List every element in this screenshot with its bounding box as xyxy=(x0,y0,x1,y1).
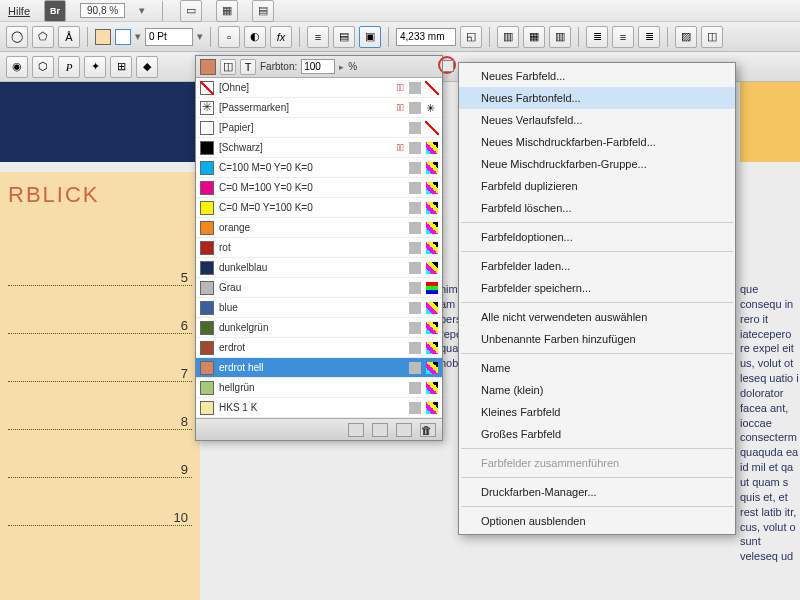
swatch-row[interactable]: C=0 M=100 Y=0 K=0 xyxy=(196,178,442,198)
menu-item[interactable]: Farbfeldoptionen... xyxy=(459,226,735,248)
menu-help[interactable]: Hilfe xyxy=(8,5,30,17)
toc-row: 8 xyxy=(8,382,192,430)
menu-item[interactable]: Neue Mischdruckfarben-Gruppe... xyxy=(459,153,735,175)
menu-item[interactable]: Druckfarben-Manager... xyxy=(459,481,735,503)
swatch-row[interactable]: hellgrün xyxy=(196,378,442,398)
stroke-weight-input[interactable] xyxy=(145,28,193,46)
global-icon xyxy=(409,362,421,374)
effects-icon[interactable]: ▫ xyxy=(218,26,240,48)
swatch-row[interactable]: C=100 M=0 Y=0 K=0 xyxy=(196,158,442,178)
show-grid-icon[interactable] xyxy=(372,423,388,437)
yellow-rect xyxy=(740,82,800,162)
screen-mode-icon[interactable]: ▭ xyxy=(180,0,202,22)
swatch-row[interactable]: HKS 1 K xyxy=(196,398,442,418)
swatch-name: [Passermarken] xyxy=(219,102,392,113)
menu-item[interactable]: Kleines Farbfeld xyxy=(459,401,735,423)
swatch-row[interactable]: [Passermarken]✎⃠✳ xyxy=(196,98,442,118)
swatches-panel: ◫ T Farbton: ▸ % [Ohne]✎⃠[Passermarken]✎… xyxy=(195,55,443,441)
menu-item[interactable]: Farbfeld löschen... xyxy=(459,197,735,219)
fill-color[interactable] xyxy=(95,29,111,45)
wrap2-icon[interactable]: ▤ xyxy=(333,26,355,48)
t2-icon[interactable]: ⬡ xyxy=(32,56,54,78)
swatch-row[interactable]: dunkelblau xyxy=(196,258,442,278)
dist2-icon[interactable]: ≡ xyxy=(612,26,634,48)
panel-type-proxy[interactable]: T xyxy=(240,59,256,75)
extra2-icon[interactable]: ◫ xyxy=(701,26,723,48)
swatch-row[interactable]: C=0 M=0 Y=100 K=0 xyxy=(196,198,442,218)
panel-fill-proxy[interactable] xyxy=(200,59,216,75)
menu-item[interactable]: Farbfelder laden... xyxy=(459,255,735,277)
show-list-icon[interactable] xyxy=(348,423,364,437)
arrange-icon[interactable]: ▦ xyxy=(216,0,238,22)
poly-tool-icon[interactable]: ⬠ xyxy=(32,26,54,48)
global-icon xyxy=(409,382,421,394)
colormode-icon xyxy=(426,322,438,334)
menu-item[interactable]: Neues Mischdruckfarben-Farbfeld... xyxy=(459,131,735,153)
new-swatch-icon[interactable] xyxy=(396,423,412,437)
swatch-row[interactable]: rot xyxy=(196,238,442,258)
colormode-icon xyxy=(426,182,438,194)
trash-icon[interactable]: 🗑 xyxy=(420,423,436,437)
swatch-row[interactable]: dunkelgrün xyxy=(196,318,442,338)
menu-item[interactable]: Großes Farbfeld xyxy=(459,423,735,445)
colormode-icon xyxy=(426,242,438,254)
align3-icon[interactable]: ▥ xyxy=(549,26,571,48)
menu-item[interactable]: Neues Farbfeld... xyxy=(459,65,735,87)
colormode-icon xyxy=(426,122,438,134)
colormode-icon xyxy=(426,282,438,294)
ellipse-tool-icon[interactable]: ◯ xyxy=(6,26,28,48)
swatch-list[interactable]: [Ohne]✎⃠[Passermarken]✎⃠✳[Papier][Schwar… xyxy=(196,78,442,418)
t4-icon[interactable]: ⊞ xyxy=(110,56,132,78)
tint-input[interactable] xyxy=(301,59,335,74)
corner-icon[interactable]: ◱ xyxy=(460,26,482,48)
panel-stroke-proxy[interactable]: ◫ xyxy=(220,59,236,75)
menu-item[interactable]: Name (klein) xyxy=(459,379,735,401)
menu-divider xyxy=(461,222,733,223)
dist3-icon[interactable]: ≣ xyxy=(638,26,660,48)
menu-item[interactable]: Name xyxy=(459,357,735,379)
opacity-icon[interactable]: ◐ xyxy=(244,26,266,48)
global-icon xyxy=(409,402,421,414)
wrap3-icon[interactable]: ▣ xyxy=(359,26,381,48)
noedit-icon: ✎⃠ xyxy=(397,82,404,93)
menu-item[interactable]: Farbfeld duplizieren xyxy=(459,175,735,197)
swatch-row[interactable]: Grau xyxy=(196,278,442,298)
p-icon[interactable]: P xyxy=(58,56,80,78)
measure-input[interactable] xyxy=(396,28,456,46)
pct-label: % xyxy=(348,61,357,72)
wrap-icon[interactable]: ≡ xyxy=(307,26,329,48)
menu-item[interactable]: Neues Verlaufsfeld... xyxy=(459,109,735,131)
character-icon[interactable]: Å xyxy=(58,26,80,48)
extra1-icon[interactable]: ▨ xyxy=(675,26,697,48)
swatch-row[interactable]: erdrot hell xyxy=(196,358,442,378)
menu-item[interactable]: Unbenannte Farben hinzufügen xyxy=(459,328,735,350)
menu-item[interactable]: Farbfelder speichern... xyxy=(459,277,735,299)
swatch-row[interactable]: [Papier] xyxy=(196,118,442,138)
stroke-color[interactable] xyxy=(115,29,131,45)
swatch-chip xyxy=(200,121,214,135)
t3-icon[interactable]: ✦ xyxy=(84,56,106,78)
swatch-name: Grau xyxy=(219,282,404,293)
swatch-row[interactable]: blue xyxy=(196,298,442,318)
global-icon xyxy=(409,302,421,314)
bridge-button[interactable]: Br xyxy=(44,0,66,22)
t5-icon[interactable]: ◆ xyxy=(136,56,158,78)
align1-icon[interactable]: ▥ xyxy=(497,26,519,48)
menu-item[interactable]: Alle nicht verwendeten auswählen xyxy=(459,306,735,328)
menu-item[interactable]: Neues Farbtonfeld... xyxy=(459,87,735,109)
zoom-input[interactable]: 90,8 % xyxy=(80,3,125,18)
dist1-icon[interactable]: ≣ xyxy=(586,26,608,48)
menu-item[interactable]: Optionen ausblenden xyxy=(459,510,735,532)
swatch-row[interactable]: erdrot xyxy=(196,338,442,358)
align2-icon[interactable]: ▦ xyxy=(523,26,545,48)
swatch-name: erdrot hell xyxy=(219,362,404,373)
swatch-row[interactable]: orange xyxy=(196,218,442,238)
workspace-icon[interactable]: ▤ xyxy=(252,0,274,22)
toc-row: 9 xyxy=(8,430,192,478)
swatch-row[interactable]: [Schwarz]✎⃠ xyxy=(196,138,442,158)
global-icon xyxy=(409,262,421,274)
t1-icon[interactable]: ◉ xyxy=(6,56,28,78)
swatch-row[interactable]: [Ohne]✎⃠ xyxy=(196,78,442,98)
global-icon xyxy=(409,242,421,254)
fx-icon[interactable]: fx xyxy=(270,26,292,48)
